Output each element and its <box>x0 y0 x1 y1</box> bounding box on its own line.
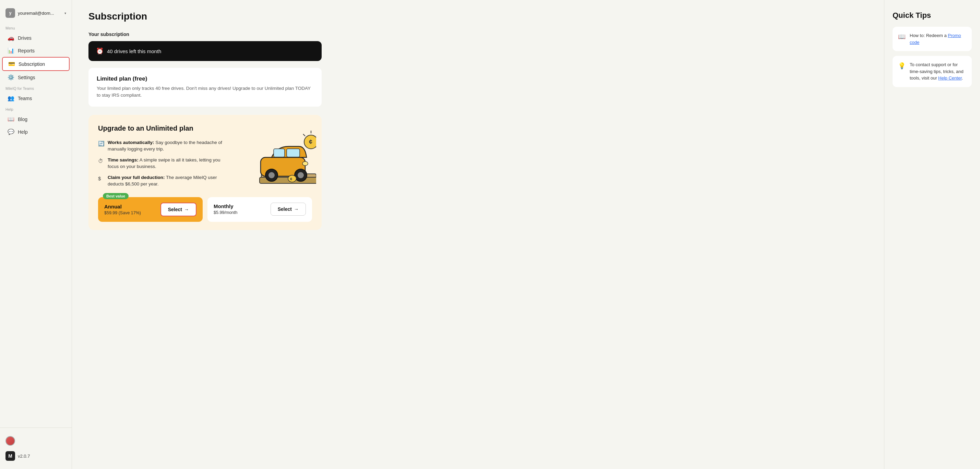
help-icon: 💬 <box>8 129 14 135</box>
profile-section <box>0 433 72 448</box>
sidebar-item-blog[interactable]: 📖 Blog <box>2 113 70 126</box>
feature-text-2: Claim your full deduction: The average M… <box>108 174 228 188</box>
quick-tips-title: Quick Tips <box>892 11 972 20</box>
dollar-icon: $ <box>98 175 105 183</box>
sidebar-item-label: Help <box>18 129 28 135</box>
feature-item-2: $ Claim your full deduction: The average… <box>98 174 228 188</box>
user-menu[interactable]: y youremail@dom... ▾ <box>0 5 72 23</box>
svg-rect-4 <box>287 149 300 157</box>
best-value-badge: Best value <box>103 193 129 199</box>
svg-point-6 <box>269 172 275 178</box>
monthly-plan-card: Monthly $5.99/month Select → <box>207 197 312 222</box>
main-content: Subscription Your subscription ⏰ 40 driv… <box>72 0 884 469</box>
sidebar-item-drives[interactable]: 🚗 Drives <box>2 32 70 44</box>
svg-text:¢: ¢ <box>309 138 312 145</box>
annual-label: Annual <box>104 203 141 210</box>
version-row: M v2.0.7 <box>0 448 72 464</box>
monthly-select-label: Select <box>278 207 292 212</box>
lightbulb-icon: 💡 <box>898 62 905 70</box>
feature-text-0: Works automatically: Say goodbye to the … <box>108 139 228 153</box>
profile-avatar <box>5 436 15 446</box>
tip-text-0: How to: Redeem a Promo code <box>910 32 966 46</box>
subscription-section-title: Your subscription <box>89 32 867 37</box>
clock-icon: ⏰ <box>96 47 103 55</box>
help-center-link[interactable]: Help Center <box>938 75 962 81</box>
auto-icon: 🔄 <box>98 140 105 148</box>
limited-plan-box: Limited plan (free) Your limited plan on… <box>89 68 321 107</box>
version-label: v2.0.7 <box>18 453 30 459</box>
blog-icon: 📖 <box>8 116 14 122</box>
svg-point-9 <box>302 162 308 165</box>
sidebar-item-label: Settings <box>18 75 35 80</box>
annual-price: $59.99 (Save 17%) <box>104 210 141 215</box>
pricing-options: Best value Annual $59.99 (Save 17%) Sele… <box>98 197 312 222</box>
svg-line-16 <box>303 134 305 136</box>
feature-item-0: 🔄 Works automatically: Say goodbye to th… <box>98 139 228 153</box>
teams-icon: 👥 <box>8 95 14 102</box>
help-section-label: Help <box>0 105 72 113</box>
menu-section-label: Menu <box>0 23 72 32</box>
sidebar-item-subscription[interactable]: 💳 Subscription <box>2 57 70 71</box>
sidebar-item-label: Subscription <box>19 61 45 67</box>
sidebar-item-reports[interactable]: 📊 Reports <box>2 44 70 57</box>
monthly-label: Monthly <box>214 203 238 209</box>
arrow-icon-monthly: → <box>294 207 299 212</box>
annual-select-button[interactable]: Select → <box>161 203 196 216</box>
chevron-down-icon: ▾ <box>64 11 66 15</box>
settings-icon: ⚙️ <box>8 74 14 81</box>
sidebar-item-label: Drives <box>18 35 32 41</box>
sidebar-item-label: Reports <box>18 48 35 54</box>
sidebar-item-settings[interactable]: ⚙️ Settings <box>2 71 70 84</box>
tip-card-1: 💡 To contact support or for time-saving … <box>892 56 972 87</box>
monthly-select-button[interactable]: Select → <box>270 203 306 216</box>
sidebar-item-teams[interactable]: 👥 Teams <box>2 92 70 105</box>
limited-plan-desc: Your limited plan only tracks 40 free dr… <box>97 85 313 99</box>
reports-icon: 📊 <box>8 47 14 54</box>
svg-text:¢: ¢ <box>290 177 292 181</box>
avatar: y <box>5 8 15 18</box>
subscription-icon: 💳 <box>8 61 15 67</box>
current-plan-card: ⏰ 40 drives left this month <box>89 41 321 61</box>
arrow-icon: → <box>184 207 189 212</box>
tip-text-1: To contact support or for time-saving ti… <box>910 61 966 82</box>
sidebar-item-label: Blog <box>18 116 27 122</box>
upgrade-card: Upgrade to an Unlimited plan <box>89 115 321 230</box>
time-icon: ⏱ <box>98 157 105 165</box>
sidebar-item-label: Teams <box>18 95 32 101</box>
m-logo: M <box>5 451 15 461</box>
car-icon: 🚗 <box>8 35 14 41</box>
teams-section-label: MileIQ for Teams <box>0 84 72 92</box>
tip-card-0: 📖 How to: Redeem a Promo code <box>892 27 972 51</box>
svg-rect-3 <box>274 149 285 157</box>
car-illustration: ¢ ¢ <box>241 123 316 189</box>
page-title: Subscription <box>89 11 867 22</box>
svg-point-8 <box>298 172 304 178</box>
right-panel: Quick Tips 📖 How to: Redeem a Promo code… <box>884 0 980 469</box>
annual-plan-card: Best value Annual $59.99 (Save 17%) Sele… <box>98 197 203 222</box>
feature-text-1: Time savings: A simple swipe is all it t… <box>108 157 228 170</box>
sidebar-item-help[interactable]: 💬 Help <box>2 126 70 138</box>
limited-plan-title: Limited plan (free) <box>97 75 313 82</box>
username-label: youremail@dom... <box>18 11 62 16</box>
book-icon: 📖 <box>898 33 905 40</box>
annual-select-label: Select <box>168 207 182 212</box>
sidebar: y youremail@dom... ▾ Menu 🚗 Drives 📊 Rep… <box>0 0 72 469</box>
monthly-price: $5.99/month <box>214 210 238 215</box>
feature-item-1: ⏱ Time savings: A simple swipe is all it… <box>98 157 228 170</box>
plan-status-text: 40 drives left this month <box>107 48 161 54</box>
